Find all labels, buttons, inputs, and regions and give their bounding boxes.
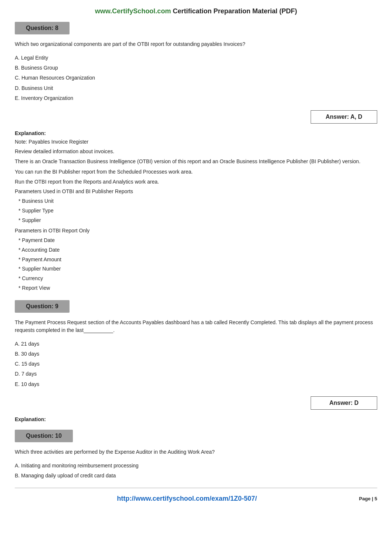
- explanation-8: Explanation: Note: Payables Invoice Regi…: [15, 130, 377, 293]
- question-8-options: A. Legal Entity B. Business Group C. Hum…: [15, 53, 377, 103]
- answer-9-box: Answer: D: [311, 396, 377, 410]
- footer: http://www.certifyschool.com/exam/1Z0-50…: [15, 488, 377, 503]
- question-9-text: The Payment Process Request section of t…: [15, 319, 377, 334]
- param-item: * Supplier Number: [18, 265, 377, 273]
- params-used-list: * Business Unit * Supplier Type * Suppli…: [15, 197, 377, 225]
- param-item: * Payment Date: [18, 236, 377, 245]
- footer-url[interactable]: http://www.certifyschool.com/exam/1Z0-50…: [117, 491, 257, 503]
- explanation-8-label: Explanation:: [15, 130, 377, 136]
- list-item: E. 10 days: [15, 380, 377, 389]
- list-item: B. Business Group: [15, 63, 377, 73]
- answer-8-container: Answer: A, D: [15, 110, 377, 124]
- param-item: * Business Unit: [18, 197, 377, 206]
- list-item: E. Inventory Organization: [15, 94, 377, 103]
- list-item: B. 30 days: [15, 349, 377, 359]
- question-10-text: Which three activities are performed by …: [15, 448, 377, 456]
- param-item: * Report View: [18, 284, 377, 293]
- question-9-period: .: [113, 327, 115, 333]
- list-item: A. Legal Entity: [15, 53, 377, 63]
- question-9-text-span: The Payment Process Request section of t…: [15, 319, 373, 333]
- page-number: Page | 5: [359, 496, 377, 501]
- list-item: B. Managing daily upload of credit card …: [15, 471, 377, 480]
- list-item: C. 15 days: [15, 359, 377, 369]
- list-item: C. Human Resources Organization: [15, 73, 377, 83]
- question-9-options: A. 21 days B. 30 days C. 15 days D. 7 da…: [15, 339, 377, 389]
- list-item: A. 21 days: [15, 339, 377, 349]
- param-item: * Supplier: [18, 216, 377, 225]
- question-8-label: Question: 8: [26, 25, 58, 31]
- question-10-box: Question: 10: [15, 430, 73, 442]
- question-9-box: Question: 9: [15, 300, 70, 313]
- param-item: * Currency: [18, 274, 377, 283]
- explanation-otbi-desc: There is an Oracle Transaction Business …: [15, 157, 377, 165]
- params-otbi-list: * Payment Date * Accounting Date * Payme…: [15, 236, 377, 293]
- answer-9-container: Answer: D: [15, 396, 377, 410]
- param-item: * Accounting Date: [18, 246, 377, 255]
- blank-fill: [84, 333, 113, 333]
- explanation-review: Review detailed information about invoic…: [15, 147, 377, 155]
- param-item: * Payment Amount: [18, 255, 377, 264]
- question-8-section: Question: 8 Which two organizational com…: [15, 22, 377, 293]
- brand-name: www.CertifySchool.com: [95, 7, 171, 15]
- list-item: D. Business Unit: [15, 84, 377, 93]
- list-item: A. Initiating and monitoring reimburseme…: [15, 461, 377, 470]
- question-8-box: Question: 8: [15, 22, 70, 34]
- question-8-text: Which two organizational components are …: [15, 40, 377, 48]
- explanation-9-label: Explanation:: [15, 416, 377, 422]
- site-header: www.CertifySchool.com Certification Prep…: [15, 7, 377, 15]
- question-9-label: Question: 9: [26, 303, 58, 309]
- question-10-label: Question: 10: [26, 433, 62, 439]
- question-9-section: Question: 9 The Payment Process Request …: [15, 300, 377, 422]
- explanation-otbi-run: Run the OTBI report from the Reports and…: [15, 178, 377, 186]
- explanation-bi-publisher: You can run the BI Publisher report from…: [15, 168, 377, 176]
- explanation-params-header: Parameters Used in OTBI and BI Publisher…: [15, 187, 377, 195]
- params-otbi-label: Parameters in OTBI Report Only: [15, 226, 377, 235]
- question-10-section: Question: 10 Which three activities are …: [15, 430, 377, 480]
- explanation-note: Note: Payables Invoice Register: [15, 138, 377, 146]
- param-item: * Supplier Type: [18, 207, 377, 215]
- header-title: Certification Preparation Material (PDF): [173, 7, 297, 15]
- list-item: D. 7 days: [15, 369, 377, 379]
- answer-8-box: Answer: A, D: [311, 110, 377, 124]
- question-10-options: A. Initiating and monitoring reimburseme…: [15, 461, 377, 480]
